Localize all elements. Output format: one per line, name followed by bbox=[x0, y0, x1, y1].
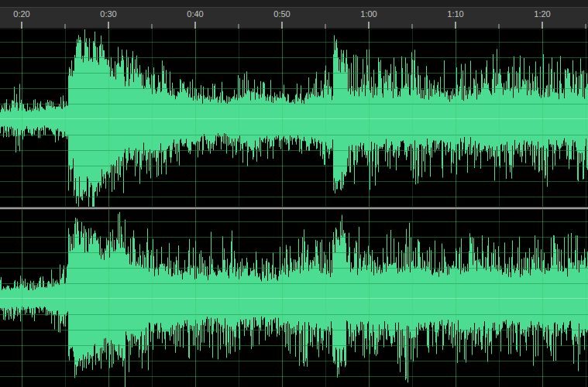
ruler-tick-major bbox=[108, 22, 109, 29]
ruler-tick-major bbox=[194, 22, 196, 29]
ruler-tick-major bbox=[281, 22, 283, 29]
timeline-ruler[interactable]: 0:200:300:400:501:001:101:20 bbox=[0, 0, 588, 29]
ruler-tick-minor bbox=[151, 24, 153, 29]
ruler-time-label: 1:00 bbox=[360, 9, 377, 19]
ruler-time-label: 1:20 bbox=[534, 9, 550, 19]
ruler-tick-minor bbox=[325, 24, 326, 29]
ruler-tick-major bbox=[542, 22, 543, 29]
ruler-tick-minor bbox=[498, 24, 500, 29]
ruler-tick-minor bbox=[411, 24, 413, 29]
waveform-display[interactable] bbox=[0, 29, 588, 387]
ruler-time-label: 0:40 bbox=[187, 9, 203, 19]
audio-editor-window: 0:200:300:400:501:001:101:20 bbox=[0, 0, 588, 387]
ruler-tick-minor bbox=[64, 24, 66, 29]
ruler-tick-minor bbox=[238, 24, 239, 29]
ruler-tick-major bbox=[368, 22, 370, 29]
ruler-time-label: 0:50 bbox=[273, 9, 290, 19]
ruler-tick-minor bbox=[585, 24, 586, 29]
ruler-time-label: 0:30 bbox=[100, 9, 116, 19]
ruler-time-label: 0:20 bbox=[13, 9, 29, 19]
ruler-top-strip bbox=[0, 0, 588, 8]
ruler-time-label: 1:10 bbox=[447, 9, 463, 19]
ruler-tick-major bbox=[21, 22, 22, 29]
ruler-tick-major bbox=[455, 22, 456, 29]
